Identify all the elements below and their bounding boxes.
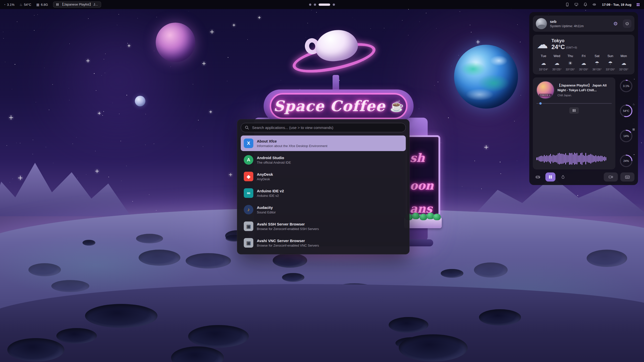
- forecast-temps: 33°/26°: [617, 68, 630, 71]
- overview-grid-icon[interactable]: [635, 2, 640, 7]
- forecast-day-name: Fri: [577, 54, 590, 58]
- temperature-icon: ♨: [20, 3, 23, 7]
- shop-window-text: sh: [410, 151, 425, 165]
- disk-gauge: 24% ◒: [619, 154, 633, 168]
- volume-icon[interactable]: [592, 2, 597, 7]
- keyboard-icon: [625, 174, 630, 180]
- media-player-card: TOKYO L 【Japanese Playlist】 Japan All Ni…: [533, 77, 615, 169]
- album-art: TOKYO L: [536, 81, 554, 99]
- forecast-weather-icon: ☀: [564, 60, 577, 66]
- forecast-day: Thu ☀ 33°/26°: [564, 54, 577, 71]
- launcher-result-row[interactable]: ▣ Avahi VNC Server Browser Browse for Ze…: [241, 235, 406, 251]
- clock[interactable]: 17:09 - Tue, 19 Aug: [602, 3, 631, 7]
- apps-button[interactable]: [545, 172, 555, 182]
- launcher-result-row[interactable]: ∞ Arduino IDE v2 Arduino IDE v2: [241, 185, 406, 201]
- launcher-result-row[interactable]: A Android Studio The official Android ID…: [241, 152, 406, 168]
- launcher-result-row[interactable]: ♪ Audacity Sound Editor: [241, 202, 406, 217]
- memory-icon: ▦: [36, 3, 39, 7]
- waveform: [536, 151, 612, 166]
- desktop: sh oon ans Space Coffee ☕ ◔: [0, 0, 644, 362]
- forecast-weather-icon: ☁: [617, 60, 630, 66]
- workspace-dot[interactable]: [309, 4, 311, 6]
- notifications-icon[interactable]: [583, 2, 588, 7]
- floating-saturn-cup: [294, 30, 374, 77]
- media-progress-bar[interactable]: [536, 103, 612, 104]
- avatar: [536, 18, 547, 29]
- shop-window: sh oon ans: [406, 135, 440, 216]
- forecast-day: Sat ☂ 36°/26°: [590, 54, 604, 71]
- launcher-result-row[interactable]: ▣ Avahi SSH Server Browser Browse for Ze…: [241, 218, 406, 234]
- weather-temperature: 24°C: [551, 43, 565, 50]
- search-icon: [244, 125, 250, 131]
- now-playing-label: 【Japanese Playlist】 J...: [61, 2, 98, 7]
- foreground-ridge: [0, 284, 644, 362]
- forecast-weather-icon: ☁: [577, 60, 590, 66]
- username: seb: [550, 19, 584, 24]
- workspace-dot[interactable]: [319, 4, 330, 6]
- shop-window-text: oon: [410, 179, 434, 192]
- forecast-weather-icon: ☂: [590, 60, 604, 66]
- launcher-result-row[interactable]: X About Xfce Information about the Xfce …: [241, 135, 406, 151]
- forecast-day: Sun ☂ 33°/26°: [604, 54, 617, 71]
- weather-city: Tokyo: [551, 38, 577, 43]
- cloud-icon: ☁: [537, 39, 548, 50]
- app-name: Android Studio: [257, 156, 291, 160]
- app-name: Avahi VNC Server Browser: [257, 239, 319, 243]
- plant-leaf: [412, 213, 420, 219]
- now-playing-widget[interactable]: 【Japanese Playlist】 J...: [53, 2, 101, 8]
- forecast-day-name: Sat: [590, 54, 604, 58]
- phone-link-icon[interactable]: [565, 2, 570, 7]
- color-picker-button[interactable]: [558, 172, 568, 182]
- app-description: Browse for Zeroconf-enabled SSH Servers: [257, 227, 319, 231]
- media-progress-dot[interactable]: [539, 102, 542, 105]
- user-card: seb System Uptime: 4h11m ⚙: [533, 16, 634, 32]
- settings-button[interactable]: ⚙: [611, 19, 620, 28]
- gamepad-button[interactable]: [533, 172, 543, 182]
- workspace-dot[interactable]: [333, 4, 335, 6]
- plant-leaf: [433, 214, 441, 220]
- weather-card: ☁ Tokyo 24°C(GMT+9) Tue ☁ 33°/24° Wed ☁ …: [533, 35, 634, 74]
- search-bar: [241, 123, 406, 132]
- forecast-temps: 35°/26°: [577, 68, 590, 71]
- app-icon: ∞: [244, 188, 253, 198]
- launcher-results: X About Xfce Information about the Xfce …: [241, 135, 406, 251]
- app-launcher: X About Xfce Information about the Xfce …: [237, 119, 410, 254]
- weather-forecast: Tue ☁ 33°/24° Wed ☁ 35°/25° Thu ☀ 33°/26…: [537, 54, 630, 71]
- app-icon: ◆: [244, 172, 253, 181]
- power-button[interactable]: [623, 19, 631, 28]
- display-icon[interactable]: [574, 2, 579, 7]
- small-moon: [135, 96, 145, 106]
- forecast-temps: 33°/26°: [604, 68, 617, 71]
- app-name: Avahi SSH Server Browser: [257, 222, 319, 226]
- app-name: About Xfce: [257, 139, 327, 143]
- droplet-icon: [560, 174, 566, 179]
- app-name: AnyDesk: [257, 172, 273, 176]
- sign-text: Space Coffee: [273, 98, 385, 115]
- mountains-left: [0, 153, 131, 216]
- control-panel: seb System Uptime: 4h11m ⚙ ☁ Tokyo 24°C(…: [529, 12, 638, 185]
- memory-icon: ▦: [632, 128, 635, 131]
- app-icon: A: [244, 155, 253, 165]
- app-description: Information about the Xfce Desktop Envir…: [257, 144, 327, 148]
- launcher-result-row[interactable]: ◆ AnyDesk AnyDesk: [241, 169, 406, 184]
- forecast-day: Tue ☁ 33°/24°: [537, 54, 550, 71]
- screencast-button[interactable]: [604, 172, 618, 182]
- video-camera-icon: [608, 174, 613, 179]
- pause-button[interactable]: [569, 107, 579, 114]
- forecast-day-name: Thu: [564, 54, 577, 58]
- search-input[interactable]: [241, 123, 406, 132]
- cpu-value: 3.1%: [7, 3, 15, 7]
- panel-tray: 17:09 - Tue, 19 Aug: [565, 2, 640, 7]
- keyboard-button[interactable]: [620, 172, 634, 182]
- system-gauges: 3.1% ◔ 54°C ♨ 14% ▦ 24% ◒: [618, 77, 634, 169]
- temperature-stat: ♨ 54°C: [20, 3, 31, 7]
- pause-icon: [56, 3, 58, 6]
- workspace-dot[interactable]: [314, 4, 316, 6]
- power-icon: [625, 21, 629, 26]
- forecast-day-name: Tue: [537, 54, 550, 58]
- weather-timezone: (GMT+9): [566, 46, 577, 49]
- forecast-day: Fri ☁ 35°/26°: [577, 54, 590, 71]
- app-description: Sound Editor: [257, 210, 276, 214]
- forecast-day-name: Wed: [550, 54, 564, 58]
- temperature-gauge: 54°C ♨: [619, 104, 633, 118]
